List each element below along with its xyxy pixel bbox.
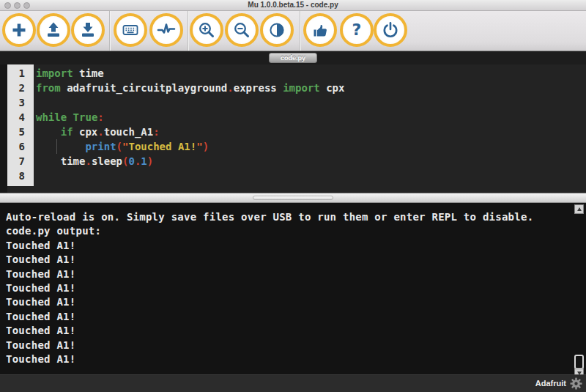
contrast-icon xyxy=(267,21,286,40)
code-line[interactable]: 8 xyxy=(0,169,586,183)
code-lines: 1import time2from adafruit_circuitplaygr… xyxy=(0,66,586,183)
code-text: from adafruit_circuitplayground.express … xyxy=(36,81,344,95)
pane-splitter[interactable] xyxy=(0,193,586,203)
code-line[interactable]: 7 time.sleep(0.1) xyxy=(0,154,586,169)
console-line: Touched A1! xyxy=(6,239,580,253)
new-button[interactable] xyxy=(2,13,36,47)
toolbar: ? xyxy=(0,11,586,51)
download-tray-icon xyxy=(78,21,97,40)
line-number: 2 xyxy=(0,81,29,95)
thumbs-up-icon xyxy=(311,21,330,40)
console-line: Touched A1! xyxy=(6,295,580,309)
console-line: Touched A1! xyxy=(6,339,580,352)
indent-guide xyxy=(56,139,57,154)
help-button[interactable]: ? xyxy=(340,13,374,47)
mode-label: Adafruit xyxy=(535,379,566,388)
titlebar: Mu 1.0.0.beta.15 - code.py xyxy=(0,0,586,11)
console-line: Touched A1! xyxy=(6,253,580,267)
window-title: Mu 1.0.0.beta.15 - code.py xyxy=(0,1,586,9)
line-number: 7 xyxy=(0,154,29,169)
gear-icon[interactable] xyxy=(570,377,582,392)
splitter-grip-icon xyxy=(253,196,333,200)
question-icon: ? xyxy=(352,22,362,38)
code-line[interactable]: 6 print("Touched A1!") xyxy=(0,139,586,154)
line-number: 8 xyxy=(0,169,29,183)
code-line[interactable]: 2from adafruit_circuitplayground.express… xyxy=(0,81,586,95)
code-line[interactable]: 4while True: xyxy=(0,110,586,125)
power-icon xyxy=(381,21,400,40)
load-button[interactable] xyxy=(37,13,70,47)
code-line[interactable]: 1import time xyxy=(0,66,586,81)
console-lines: Auto-reload is on. Simply save files ove… xyxy=(6,210,580,366)
toolbar-separator xyxy=(300,11,300,51)
toolbar-separator xyxy=(188,11,188,51)
upload-tray-icon xyxy=(44,21,63,40)
console-line: Touched A1! xyxy=(6,310,580,324)
code-text: print("Touched A1!") xyxy=(36,139,209,154)
quit-button[interactable] xyxy=(374,13,407,47)
toolbar-separator xyxy=(109,11,110,51)
plotter-button[interactable] xyxy=(149,13,183,47)
line-number: 6 xyxy=(0,139,29,154)
scroll-up-button[interactable] xyxy=(574,204,584,214)
tab-code-py[interactable]: code.py xyxy=(269,53,317,63)
console-line: Touched A1! xyxy=(6,281,580,295)
console-line: Touched A1! xyxy=(6,352,580,366)
line-number: 3 xyxy=(0,95,29,110)
code-editor-pane[interactable]: 1import time2from adafruit_circuitplaygr… xyxy=(0,64,586,193)
line-number: 1 xyxy=(0,66,29,81)
save-button[interactable] xyxy=(71,13,105,47)
theme-button[interactable] xyxy=(260,13,294,47)
serial-console-pane[interactable]: Auto-reload is on. Simply save files ove… xyxy=(0,203,586,374)
mu-editor-window: Mu 1.0.0.beta.15 - code.py xyxy=(0,0,586,392)
check-button[interactable] xyxy=(303,13,337,47)
code-text: while True: xyxy=(36,110,104,125)
status-bar: Adafruit xyxy=(0,374,586,392)
pulse-icon xyxy=(157,21,176,40)
console-line: Auto-reload is on. Simply save files ove… xyxy=(6,210,580,224)
zoom-in-button[interactable] xyxy=(190,13,223,47)
console-line: Touched A1! xyxy=(6,267,580,281)
code-text: time.sleep(0.1) xyxy=(36,154,153,169)
console-line: Touched A1! xyxy=(6,324,580,338)
code-text: if cpx.touch_A1: xyxy=(36,125,160,139)
magnifier-plus-icon xyxy=(197,21,216,40)
magnifier-minus-icon xyxy=(232,21,251,40)
zoom-out-button[interactable] xyxy=(225,13,259,47)
scrollbar-thumb[interactable] xyxy=(574,355,584,369)
line-number: 4 xyxy=(0,110,29,125)
console-line: code.py output: xyxy=(6,224,580,238)
code-text: import time xyxy=(36,66,104,81)
code-line[interactable]: 3 xyxy=(0,95,586,110)
serial-button[interactable] xyxy=(114,13,147,47)
keyboard-icon xyxy=(121,21,140,40)
arrow-up-icon xyxy=(577,207,582,211)
code-line[interactable]: 5 if cpx.touch_A1: xyxy=(0,125,586,139)
line-number: 5 xyxy=(0,125,29,139)
plus-icon xyxy=(10,21,29,40)
tab-bar: code.py xyxy=(0,51,586,64)
